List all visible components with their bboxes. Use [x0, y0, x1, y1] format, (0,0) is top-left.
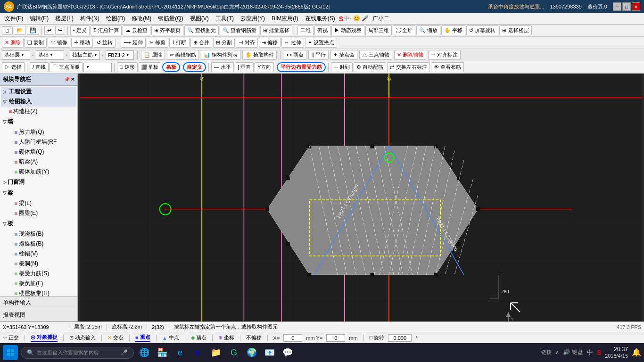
taskbar-file-explorer[interactable]: 📁	[208, 345, 223, 360]
snap-nooffset[interactable]: 不偏移	[246, 334, 262, 341]
tb-swap-label[interactable]: ⇄ 交换左右标注	[387, 62, 429, 72]
tb-calc[interactable]: Σ 汇总计算	[91, 25, 122, 35]
sidebar-close-icon[interactable]: ✕	[71, 77, 74, 82]
tree-item-pillar[interactable]: ■ 构造柱(Z)	[1, 107, 76, 116]
tree-beam-l[interactable]: ■ 梁(L)	[1, 198, 76, 208]
tb-undo[interactable]: ↩	[44, 26, 54, 35]
tree-neg-rebar[interactable]: ■ 板负筋(F)	[1, 279, 76, 288]
tree-hidden-beam[interactable]: ■ 暗梁(A)	[1, 157, 76, 167]
tb-local-3d[interactable]: 局部三维	[365, 25, 392, 35]
tb-screen-rotate[interactable]: ↺ 屏幕旋转	[466, 25, 498, 35]
tree-wall[interactable]: ▽ 墙	[1, 116, 76, 127]
sidebar-controls[interactable]: 📌 ✕	[64, 77, 74, 82]
tree-ring-beam[interactable]: ■ 圈梁(E)	[1, 208, 76, 218]
tb-dynamic-view[interactable]: ▶ 动态观察	[331, 25, 364, 35]
single-comp-input-btn[interactable]: 单构件输入	[0, 297, 77, 309]
tb-new[interactable]: 🗋	[2, 26, 13, 35]
tb-split[interactable]: ⊟ 分割	[213, 38, 235, 48]
sougou-taskbar-icon[interactable]: S	[597, 349, 601, 356]
menu-modify[interactable]: 修改(M)	[129, 14, 154, 24]
tree-floor-band[interactable]: ■ 楼层板带(H)	[1, 288, 76, 296]
tb-copy[interactable]: ❏ 复制	[25, 38, 47, 48]
tb-three-axis[interactable]: △ 三点辅轴	[359, 50, 392, 60]
taskbar-search[interactable]: 🔍 在这里输入你要搜索的内容 🎤	[21, 347, 134, 359]
tree-masonry-wall[interactable]: ■ 砌体墙(Q)	[1, 147, 76, 157]
y-input[interactable]	[326, 334, 345, 342]
taskbar-app-blue2[interactable]: 💬	[280, 345, 295, 360]
tb-view-top[interactable]: 俯视	[314, 25, 330, 35]
taskbar-app-edge[interactable]: e	[173, 345, 188, 360]
tb-redo[interactable]: ↪	[55, 26, 65, 35]
menu-bim[interactable]: BIM应用(I)	[269, 14, 301, 24]
tb-stretch[interactable]: ↔ 拉伸	[281, 38, 304, 48]
tb-y-direction[interactable]: Y方向	[255, 62, 274, 72]
rebar-type-dropdown[interactable]: 筏板主筋 ▼	[70, 50, 100, 60]
tb-steel-list[interactable]: 📊 钢构件列表	[201, 50, 240, 60]
tb-zoom[interactable]: 🔍 缩放	[416, 25, 440, 35]
tb-extend[interactable]: ⟶ 延伸	[121, 38, 146, 48]
taskbar-app-network[interactable]: 🌐	[137, 345, 152, 360]
tb-cloud-check[interactable]: ☁ 云检查	[123, 25, 150, 35]
notification-btn[interactable]: 🔔	[632, 348, 641, 357]
x-input[interactable]	[283, 334, 302, 342]
tb-parallel-edge[interactable]: 平行边布置受力筋	[277, 62, 326, 72]
tb-two-points[interactable]: ⊷ 两点	[284, 50, 306, 60]
restore-button[interactable]: □	[622, 2, 631, 11]
minimize-button[interactable]: ─	[613, 2, 621, 11]
tb-select-floor[interactable]: ⊞ 选择楼层	[499, 25, 531, 35]
menu-tools[interactable]: 工具(T)	[213, 14, 237, 24]
menu-online[interactable]: 在线服务(S)	[302, 14, 338, 24]
tb-parallel[interactable]: ∥ 平行	[308, 50, 329, 60]
tb-auto-rebar[interactable]: ⚙ 自动配筋	[354, 62, 386, 72]
snap-coord[interactable]: ⊕ 坐标	[218, 334, 234, 341]
shape-dropdown[interactable]: ▼	[83, 63, 112, 72]
tree-slab-hole[interactable]: ■ 板洞(N)	[1, 259, 76, 269]
snap-orthogonal[interactable]: ⊹ 正交	[3, 334, 19, 341]
tb-shoot[interactable]: ⊹ 射到	[331, 62, 353, 72]
start-button[interactable]	[3, 345, 18, 360]
taskbar-app-g[interactable]: G	[226, 345, 241, 360]
tb-move[interactable]: ✛ 移动	[71, 38, 93, 48]
snap-object[interactable]: ◎ 对象捕捉	[31, 334, 58, 342]
sidebar-pin[interactable]: 📌	[64, 77, 70, 82]
tb-set-grip[interactable]: ✦ 设置夹点	[305, 38, 337, 48]
tree-slab-rebar[interactable]: ■ 板受力筋(S)	[1, 269, 76, 279]
tb-rect[interactable]: □ 矩形	[117, 62, 138, 72]
layer-dropdown[interactable]: 基础层 ▼	[2, 50, 30, 60]
tb-line[interactable]: / 直线	[30, 62, 49, 72]
menu-file[interactable]: 文件(F)	[2, 14, 26, 24]
tb-view-rebar[interactable]: 🔍 查看钢筋量	[220, 25, 259, 35]
window-controls[interactable]: ─ □ ✕	[613, 2, 640, 11]
tb-offset[interactable]: ⇥ 偏移	[259, 38, 281, 48]
menu-rebar-qty[interactable]: 钢筋量(Q)	[155, 14, 186, 24]
menu-edit[interactable]: 编辑(E)	[27, 14, 51, 24]
tb-properties[interactable]: 📋 属性	[141, 50, 165, 60]
tb-vertical[interactable]: | 垂直	[235, 62, 254, 72]
tb-horizontal[interactable]: — 水平	[211, 62, 234, 72]
taskbar-app-ie[interactable]: e	[190, 345, 206, 360]
tree-spiral-slab[interactable]: ■ 螺旋板(B)	[1, 239, 76, 249]
sidebar-section-settings[interactable]: ▷ 工程设置	[1, 87, 76, 97]
taskbar-app-store[interactable]: 🏪	[155, 345, 170, 360]
tree-beam[interactable]: ▽ 梁	[1, 188, 76, 198]
tb-fullscreen[interactable]: ⛶ 全屏	[393, 25, 415, 35]
close-button[interactable]: ✕	[632, 2, 640, 11]
rebar-code-dropdown[interactable]: FBZJ-2 ▼	[106, 50, 134, 60]
snap-endpoint[interactable]: ■ 重点	[135, 334, 150, 342]
tb-pick-point[interactable]: ✦ 拾点命	[330, 50, 357, 60]
tb-edit-rebar[interactable]: ✏ 编辑钢筋	[167, 50, 199, 60]
tb-save[interactable]: 💾	[27, 26, 39, 35]
ime-cn[interactable]: 中	[587, 348, 593, 357]
tree-shear-wall[interactable]: ■ 剪力墙(Q)	[1, 127, 76, 137]
tb-rotate[interactable]: ↺ 旋转	[94, 38, 116, 48]
tb-batch-select[interactable]: ⊞ 批量选择	[260, 25, 292, 35]
tree-civil-defense-wall[interactable]: ■ 人防门框墙(RF	[1, 137, 76, 147]
menu-guangxiao[interactable]: 广小二	[370, 14, 392, 24]
menu-cloud[interactable]: 云应用(Y)	[238, 14, 268, 24]
tb-find-elem[interactable]: 🔍 查找图元	[184, 25, 219, 35]
tb-delete[interactable]: ✕ 删除	[2, 38, 24, 48]
taskbar-app-orange[interactable]: 📧	[262, 345, 277, 360]
sidebar-section-draw[interactable]: ▽ 绘图输入	[1, 97, 76, 107]
tb-define[interactable]: ▪ 定义	[70, 25, 90, 35]
tb-single-slab[interactable]: ▦ 单板	[139, 62, 161, 72]
